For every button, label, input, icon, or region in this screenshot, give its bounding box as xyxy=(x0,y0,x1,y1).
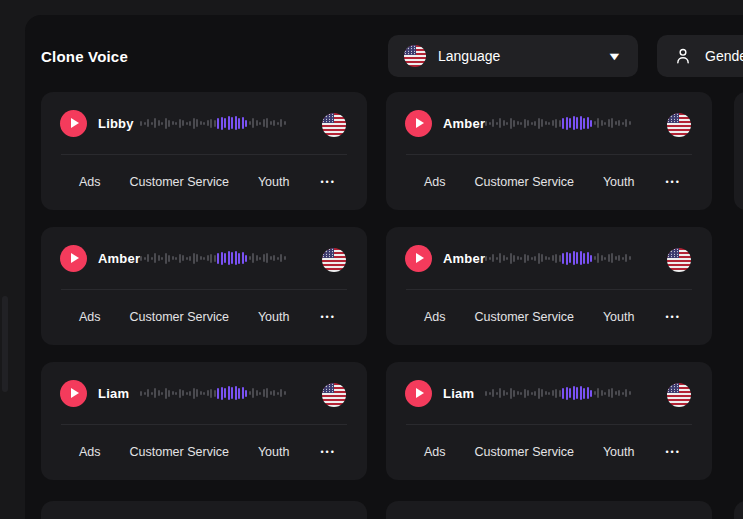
more-button[interactable]: ••• xyxy=(318,174,337,191)
voice-card-partial xyxy=(386,501,712,519)
tag-customer-service: Customer Service xyxy=(130,445,229,459)
play-button[interactable] xyxy=(405,245,432,272)
us-flag-icon xyxy=(667,248,691,272)
more-button[interactable]: ••• xyxy=(318,309,337,326)
voice-card-partial xyxy=(734,501,743,519)
play-icon xyxy=(416,118,424,128)
play-button[interactable] xyxy=(60,110,87,137)
play-icon xyxy=(71,388,79,398)
play-icon xyxy=(416,253,424,263)
more-button[interactable]: ••• xyxy=(663,174,682,191)
us-flag-icon xyxy=(322,383,346,407)
play-button[interactable] xyxy=(60,245,87,272)
us-flag-icon xyxy=(322,113,346,137)
play-button[interactable] xyxy=(405,110,432,137)
voice-card-partial xyxy=(734,92,743,210)
waveform xyxy=(485,92,631,154)
more-button[interactable]: ••• xyxy=(663,309,682,326)
tag-customer-service: Customer Service xyxy=(130,175,229,189)
voice-card-partial xyxy=(41,501,367,519)
page-title: Clone Voice xyxy=(41,48,128,65)
tag-ads: Ads xyxy=(424,445,446,459)
tag-ads: Ads xyxy=(424,310,446,324)
gender-dropdown-label: Gender xyxy=(705,48,743,64)
clone-voice-panel: Clone Voice Language ▼ Gender Libby Ads … xyxy=(25,15,743,519)
voice-name: Libby xyxy=(98,116,134,131)
tag-youth: Youth xyxy=(258,310,290,324)
language-dropdown[interactable]: Language ▼ xyxy=(388,35,638,77)
tag-customer-service: Customer Service xyxy=(475,310,574,324)
tag-ads: Ads xyxy=(424,175,446,189)
scrollbar-thumb[interactable] xyxy=(2,296,8,392)
us-flag-icon xyxy=(322,248,346,272)
voice-card: Amber Ads Customer Service Youth ••• xyxy=(41,227,367,345)
waveform xyxy=(140,92,286,154)
play-button[interactable] xyxy=(405,380,432,407)
chevron-down-icon: ▼ xyxy=(607,51,623,62)
tag-youth: Youth xyxy=(258,175,290,189)
us-flag-icon xyxy=(667,383,691,407)
voice-name: Amber xyxy=(98,251,140,266)
waveform xyxy=(485,227,631,289)
us-flag-icon xyxy=(404,45,426,67)
voice-card: Amber Ads Customer Service Youth ••• xyxy=(386,92,712,210)
person-icon xyxy=(673,46,693,66)
play-icon xyxy=(71,253,79,263)
play-icon xyxy=(71,118,79,128)
tag-ads: Ads xyxy=(79,445,101,459)
tag-youth: Youth xyxy=(603,445,635,459)
voice-card: Liam Ads Customer Service Youth ••• xyxy=(41,362,367,480)
more-button[interactable]: ••• xyxy=(663,444,682,461)
voice-name: Amber xyxy=(443,251,485,266)
tag-customer-service: Customer Service xyxy=(130,310,229,324)
tag-youth: Youth xyxy=(603,310,635,324)
voice-name: Liam xyxy=(443,386,474,401)
waveform xyxy=(140,362,286,424)
voice-card: Liam Ads Customer Service Youth ••• xyxy=(386,362,712,480)
gender-dropdown[interactable]: Gender xyxy=(657,35,743,77)
waveform xyxy=(140,227,286,289)
play-button[interactable] xyxy=(60,380,87,407)
tag-customer-service: Customer Service xyxy=(475,445,574,459)
voice-name: Liam xyxy=(98,386,129,401)
more-button[interactable]: ••• xyxy=(318,444,337,461)
voice-name: Amber xyxy=(443,116,485,131)
tag-ads: Ads xyxy=(79,310,101,324)
tag-youth: Youth xyxy=(603,175,635,189)
language-dropdown-label: Language xyxy=(438,48,500,64)
tag-ads: Ads xyxy=(79,175,101,189)
tag-customer-service: Customer Service xyxy=(475,175,574,189)
tag-youth: Youth xyxy=(258,445,290,459)
play-icon xyxy=(416,388,424,398)
us-flag-icon xyxy=(667,113,691,137)
waveform xyxy=(485,362,631,424)
voice-card: Amber Ads Customer Service Youth ••• xyxy=(386,227,712,345)
voice-card: Libby Ads Customer Service Youth ••• xyxy=(41,92,367,210)
